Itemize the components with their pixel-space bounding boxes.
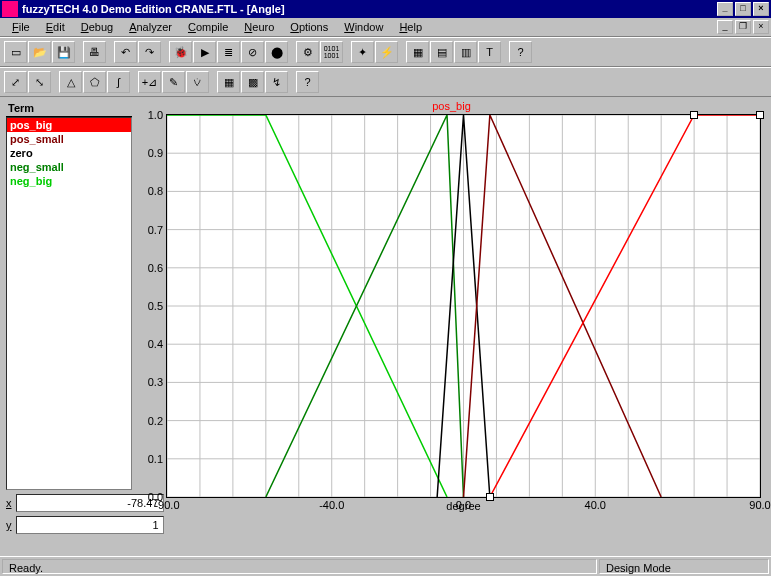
menu-debug[interactable]: Debug: [73, 19, 121, 35]
neuro-button[interactable]: ✦: [351, 41, 374, 63]
layout2-button[interactable]: ▤: [430, 41, 453, 63]
zoom-out-button[interactable]: ⤡: [28, 71, 51, 93]
term-neg_big[interactable]: neg_big: [7, 174, 131, 188]
term-overlap-button[interactable]: ⩒: [186, 71, 209, 93]
redo-button[interactable]: ↷: [138, 41, 161, 63]
new-button[interactable]: ▭: [4, 41, 27, 63]
menu-compile[interactable]: Compile: [180, 19, 236, 35]
status-message: Ready.: [2, 559, 597, 574]
text-button[interactable]: T: [478, 41, 501, 63]
snap-button[interactable]: ↯: [265, 71, 288, 93]
menu-neuro[interactable]: Neuro: [236, 19, 282, 35]
learn-button[interactable]: ⚡: [375, 41, 398, 63]
term-add-button[interactable]: +⊿: [138, 71, 161, 93]
mbf-handle[interactable]: [756, 111, 764, 119]
term-panel: Term pos_bigpos_smallzeroneg_smallneg_bi…: [6, 100, 132, 550]
menu-analyzer[interactable]: Analyzer: [121, 19, 180, 35]
mdi-close-button[interactable]: ×: [753, 20, 769, 34]
xtick: -90.0: [154, 499, 179, 511]
save-button[interactable]: 💾: [52, 41, 75, 63]
stop-button[interactable]: ⊘: [241, 41, 264, 63]
maximize-button[interactable]: □: [735, 2, 751, 16]
shape-trapezoid-button[interactable]: ⬠: [83, 71, 106, 93]
main-toolbar: ▭ 📂 💾 🖶 ↶ ↷ 🐞 ▶ ≣ ⊘ ⬤ ⚙ 01011001 ✦ ⚡ ▦ ▤…: [0, 37, 771, 67]
mdi-restore-button[interactable]: ❐: [735, 20, 751, 34]
zoom-in-button[interactable]: ⤢: [4, 71, 27, 93]
print-button[interactable]: 🖶: [83, 41, 106, 63]
grid-fine-button[interactable]: ▩: [241, 71, 264, 93]
title-bar: fuzzyTECH 4.0 Demo Edition CRANE.FTL - […: [0, 0, 771, 18]
ytick: 0.7: [148, 224, 163, 236]
menu-options[interactable]: Options: [282, 19, 336, 35]
ytick: 0.2: [148, 415, 163, 427]
workspace: Term pos_bigpos_smallzeroneg_smallneg_bi…: [0, 97, 771, 553]
record-button[interactable]: ⬤: [265, 41, 288, 63]
toolbar-help-button[interactable]: ?: [296, 71, 319, 93]
membership-plot[interactable]: 0.00.10.20.30.40.50.60.70.80.91.0-90.0-4…: [166, 114, 761, 498]
batch-button[interactable]: ≣: [217, 41, 240, 63]
window-controls: _ □ ×: [717, 2, 769, 16]
term-pos_small[interactable]: pos_small: [7, 132, 131, 146]
app-icon: [2, 1, 18, 17]
ytick: 0.6: [148, 262, 163, 274]
xtick: 90.0: [749, 499, 770, 511]
close-button[interactable]: ×: [753, 2, 769, 16]
menu-edit[interactable]: Edit: [38, 19, 73, 35]
term-zero[interactable]: zero: [7, 146, 131, 160]
mdi-minimize-button[interactable]: _: [717, 20, 733, 34]
debug-button[interactable]: 🐞: [169, 41, 192, 63]
run-button[interactable]: ▶: [193, 41, 216, 63]
x-label: x: [6, 497, 12, 509]
y-label: y: [6, 519, 12, 531]
menu-bar: FileEditDebugAnalyzerCompileNeuroOptions…: [0, 18, 771, 37]
ytick: 0.9: [148, 147, 163, 159]
layout1-button[interactable]: ▦: [406, 41, 429, 63]
ytick: 1.0: [148, 109, 163, 121]
binary-button[interactable]: 01011001: [320, 41, 343, 63]
shape-triangle-button[interactable]: △: [59, 71, 82, 93]
status-bar: Ready. Design Mode: [0, 556, 771, 576]
shape-s-button[interactable]: ∫: [107, 71, 130, 93]
mbf-handle[interactable]: [690, 111, 698, 119]
ytick: 0.1: [148, 453, 163, 465]
ytick: 0.3: [148, 376, 163, 388]
xtick: 0.0: [456, 499, 471, 511]
minimize-button[interactable]: _: [717, 2, 733, 16]
menu-window[interactable]: Window: [336, 19, 391, 35]
help-button[interactable]: ?: [509, 41, 532, 63]
open-button[interactable]: 📂: [28, 41, 51, 63]
term-neg_small[interactable]: neg_small: [7, 160, 131, 174]
layout3-button[interactable]: ▥: [454, 41, 477, 63]
undo-button[interactable]: ↶: [114, 41, 137, 63]
ytick: 0.5: [148, 300, 163, 312]
term-header: Term: [6, 100, 132, 117]
term-list[interactable]: pos_bigpos_smallzeroneg_smallneg_big: [6, 117, 132, 490]
mbf-handle[interactable]: [486, 493, 494, 501]
chart-title: pos_big: [138, 100, 765, 114]
xtick: 40.0: [585, 499, 606, 511]
status-mode: Design Mode: [599, 559, 769, 574]
ytick: 0.8: [148, 185, 163, 197]
window-title: fuzzyTECH 4.0 Demo Edition CRANE.FTL - […: [22, 3, 717, 15]
mdi-window-controls: _ ❐ ×: [717, 20, 769, 34]
menu-help[interactable]: Help: [391, 19, 430, 35]
term-edit-button[interactable]: ✎: [162, 71, 185, 93]
ytick: 0.4: [148, 338, 163, 350]
term-pos_big[interactable]: pos_big: [7, 118, 131, 132]
grid-button[interactable]: ▦: [217, 71, 240, 93]
mbf-toolbar: ⤢ ⤡ △ ⬠ ∫ +⊿ ✎ ⩒ ▦ ▩ ↯ ?: [0, 67, 771, 97]
chart-area: pos_big 0.00.10.20.30.40.50.60.70.80.91.…: [138, 100, 765, 550]
menu-file[interactable]: File: [4, 19, 38, 35]
compile-button[interactable]: ⚙: [296, 41, 319, 63]
xtick: -40.0: [319, 499, 344, 511]
